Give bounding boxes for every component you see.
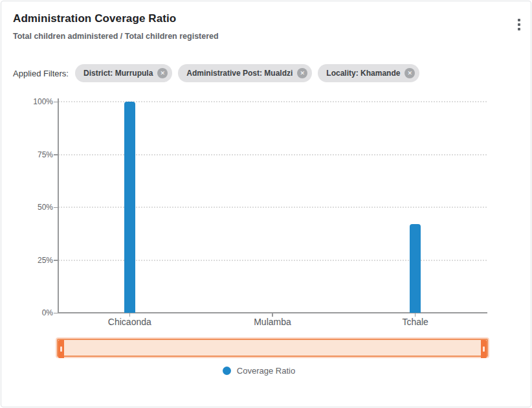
- slider-grip: [483, 346, 485, 352]
- y-axis-line: [58, 98, 59, 313]
- chip-close-icon[interactable]: ✕: [405, 68, 415, 78]
- bar-chicaonda[interactable]: [124, 102, 135, 313]
- chip-close-icon[interactable]: ✕: [157, 68, 168, 78]
- chart-subtitle: Total children administered / Total chil…: [13, 32, 519, 41]
- filter-chip-label: Locality: Khamande: [326, 69, 400, 78]
- chart-title: Administration Coverage Ratio: [13, 12, 519, 25]
- filter-chip: District: Murrupula✕: [75, 64, 172, 82]
- y-axis-tick-label: 0%: [19, 308, 53, 317]
- x-axis-category-label: Tchale: [370, 317, 461, 327]
- legend-label: Coverage Ratio: [237, 366, 295, 376]
- legend-marker-icon: [223, 367, 231, 375]
- y-axis-tick-label: 100%: [19, 97, 53, 106]
- bar-tchale[interactable]: [410, 224, 421, 313]
- gridline: [58, 101, 487, 102]
- y-axis-tick-label: 50%: [19, 203, 53, 212]
- chart-legend: Coverage Ratio: [1, 366, 516, 376]
- kebab-menu-icon[interactable]: [516, 17, 522, 32]
- slider-grip: [60, 346, 62, 352]
- filter-chip: Administrative Post: Mualdzi✕: [178, 64, 312, 82]
- y-axis-tick-label: 75%: [19, 150, 53, 159]
- x-axis-category-label: Chicaonda: [84, 317, 175, 327]
- applied-filters-bar: Applied Filters: District: Murrupula✕Adm…: [13, 64, 519, 82]
- filter-chip-label: District: Murrupula: [83, 69, 153, 78]
- kebab-dot: [518, 28, 520, 30]
- kebab-dot: [518, 23, 520, 26]
- slider-right-handle-icon[interactable]: [481, 340, 487, 358]
- x-axis-category-label: Mulamba: [227, 317, 318, 327]
- gridline: [58, 207, 487, 208]
- applied-filters-label: Applied Filters:: [13, 69, 69, 78]
- filter-chip-label: Administrative Post: Mualdzi: [186, 69, 293, 78]
- filter-chip: Locality: Khamande✕: [318, 64, 419, 82]
- gridline: [58, 260, 487, 261]
- kebab-dot: [518, 19, 520, 21]
- y-axis-tick-label: 25%: [19, 256, 53, 265]
- chart-card: Administration Coverage Ratio Total chil…: [1, 1, 531, 407]
- card-header: Administration Coverage Ratio Total chil…: [1, 1, 531, 41]
- slider-left-handle-icon[interactable]: [58, 340, 64, 358]
- chip-close-icon[interactable]: ✕: [297, 68, 307, 78]
- zoom-range-slider[interactable]: [57, 339, 488, 357]
- gridline: [58, 154, 487, 155]
